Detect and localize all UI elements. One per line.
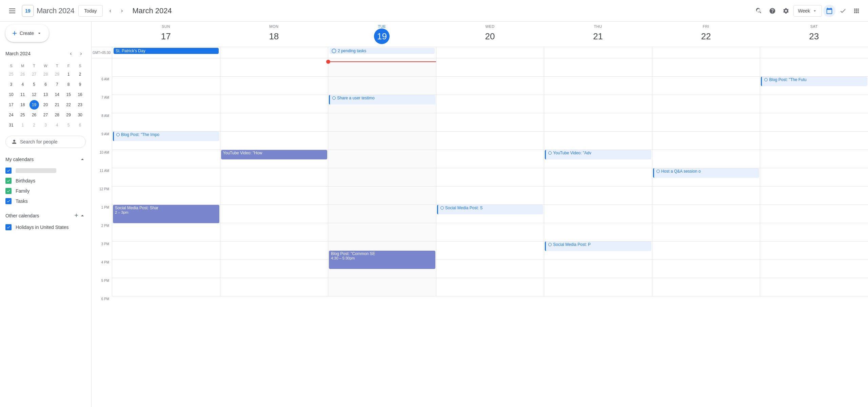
mini-cal-day-14[interactable]: 14 [52, 90, 62, 99]
calendar-checkbox-holidays [5, 224, 12, 230]
hour-line [436, 132, 544, 150]
mini-cal-day-29[interactable]: 29 [64, 110, 73, 120]
mini-cal-day-9[interactable]: 9 [75, 80, 85, 89]
time-label-2: 8 AM [92, 113, 112, 132]
calendar-event[interactable]: Host a Q&A session o [653, 168, 760, 178]
hour-line [436, 260, 544, 278]
mini-cal-day-25[interactable]: 25 [6, 70, 16, 79]
my-calendars-section: My calendars Birthdays [5, 153, 86, 206]
grid-view-button[interactable] [823, 5, 835, 17]
calendar-label-birthdays: Birthdays [16, 178, 35, 183]
hour-line [436, 241, 544, 260]
mini-cal-day-27[interactable]: 27 [41, 110, 50, 120]
add-other-calendar-button[interactable]: + [74, 212, 78, 219]
mini-cal-day-22[interactable]: 22 [64, 100, 73, 110]
mini-cal-prev-button[interactable]: ‹ [66, 49, 76, 58]
help-icon [769, 7, 776, 14]
calendar-checkbox-birthdays [5, 178, 12, 184]
mini-cal-day-3[interactable]: 3 [41, 120, 50, 130]
mini-cal-day-17[interactable]: 17 [6, 100, 16, 110]
mini-cal-day-11[interactable]: 11 [18, 90, 27, 99]
my-calendars-header[interactable]: My calendars [5, 153, 86, 166]
mini-cal-next-button[interactable]: › [76, 49, 86, 58]
mini-cal-day-13[interactable]: 13 [41, 90, 50, 99]
day-col-fri: Host a Q&A session o [652, 58, 760, 296]
mini-cal-day-1[interactable]: 1 [18, 120, 27, 130]
mini-cal-day-10[interactable]: 10 [6, 90, 16, 99]
search-people-input[interactable]: Search for people [5, 136, 86, 148]
calendar-item-holidays[interactable]: Holidays in United States [5, 222, 86, 232]
calendar-event[interactable]: Social Media Post: S [437, 205, 544, 214]
mini-cal-day-7[interactable]: 7 [52, 80, 62, 89]
stpatricks-event[interactable]: St. Patrick's Day [114, 48, 219, 54]
mini-cal-day-6[interactable]: 6 [41, 80, 50, 89]
mini-cal-day-26[interactable]: 26 [18, 70, 27, 79]
mini-cal-day-15[interactable]: 15 [64, 90, 73, 99]
search-button[interactable] [753, 5, 765, 17]
settings-button[interactable] [780, 5, 792, 17]
my-calendars-title: My calendars [5, 157, 34, 162]
mini-cal-header: March 2024 ‹ › [5, 47, 86, 60]
pending-tasks-event[interactable]: 2 pending tasks [330, 48, 435, 54]
mini-cal-day-2[interactable]: 2 [29, 120, 39, 130]
calendar-event[interactable]: Blog Post: "The Futu [761, 77, 867, 86]
calendar-event[interactable]: Social Media Post: P [545, 241, 651, 251]
hour-line [112, 58, 220, 77]
mini-cal-day-29[interactable]: 29 [52, 70, 62, 79]
mini-cal-day-1[interactable]: 1 [64, 70, 73, 79]
calendar-label-family: Family [16, 188, 29, 194]
calendar-event[interactable]: Social Media Post: Shar2 – 3pm [113, 205, 219, 223]
create-button[interactable]: + Create [5, 24, 49, 42]
mini-cal-day-5[interactable]: 5 [29, 80, 39, 89]
mini-cal-day-27[interactable]: 27 [29, 70, 39, 79]
mini-cal-day-31[interactable]: 31 [6, 120, 16, 130]
mini-cal-day-3[interactable]: 3 [6, 80, 16, 89]
view-selector[interactable]: Week [793, 5, 822, 17]
calendar-event[interactable]: YouTube Video: "How [221, 150, 328, 159]
today-button[interactable]: Today [78, 5, 102, 17]
create-label: Create [20, 31, 34, 36]
mini-cal-day-23[interactable]: 23 [75, 100, 85, 110]
task-view-button[interactable] [837, 5, 849, 17]
mini-cal-day-19[interactable]: 19 [29, 100, 39, 110]
mini-cal-day-8[interactable]: 8 [64, 80, 73, 89]
calendar-event[interactable]: Blog Post: "Common SE4:30 – 5:30pm [329, 251, 435, 269]
hour-line [112, 95, 220, 113]
mini-cal-day-12[interactable]: 12 [29, 90, 39, 99]
next-week-button[interactable]: › [118, 4, 126, 17]
mini-cal-day-26[interactable]: 26 [29, 110, 39, 120]
calendar-item-personal[interactable] [5, 166, 86, 176]
mini-cal-day-4[interactable]: 4 [52, 120, 62, 130]
calendar-event[interactable]: Share a user testimo [329, 95, 435, 104]
calendar-event[interactable]: Blog Post: "The Impo [113, 132, 219, 141]
help-button[interactable] [766, 5, 778, 17]
mini-cal-day-21[interactable]: 21 [52, 100, 62, 110]
mini-cal-day-5[interactable]: 5 [64, 120, 73, 130]
calendar-item-family[interactable]: Family [5, 186, 86, 196]
mini-cal-day-2[interactable]: 2 [75, 70, 85, 79]
mini-cal-day-30[interactable]: 30 [75, 110, 85, 120]
hamburger-menu-button[interactable] [5, 4, 19, 18]
mini-cal-day-24[interactable]: 24 [6, 110, 16, 120]
mini-cal-day-16[interactable]: 16 [75, 90, 85, 99]
hour-line [328, 113, 436, 132]
calendar-item-tasks[interactable]: Tasks [5, 196, 86, 206]
hour-line [544, 187, 652, 205]
mini-cal-day-25[interactable]: 25 [18, 110, 27, 120]
other-calendars-header[interactable]: Other calendars + [5, 209, 86, 222]
apps-button[interactable] [850, 5, 863, 17]
hour-line [328, 58, 436, 77]
prev-week-button[interactable]: ‹ [107, 4, 114, 17]
calendar-event[interactable]: YouTube Video: "Adv [545, 150, 651, 159]
mini-cal-day-6[interactable]: 6 [75, 120, 85, 130]
hour-line [652, 113, 760, 132]
mini-cal-day-28[interactable]: 28 [52, 110, 62, 120]
mini-cal-day-18[interactable]: 18 [18, 100, 27, 110]
mini-cal-day-4[interactable]: 4 [18, 80, 27, 89]
calendar-checkbox-personal [5, 168, 12, 174]
calendar-item-birthdays[interactable]: Birthdays [5, 176, 86, 186]
mini-cal-day-20[interactable]: 20 [41, 100, 50, 110]
hour-line [220, 113, 328, 132]
calendar-checkbox-tasks [5, 198, 12, 204]
mini-cal-day-28[interactable]: 28 [41, 70, 50, 79]
